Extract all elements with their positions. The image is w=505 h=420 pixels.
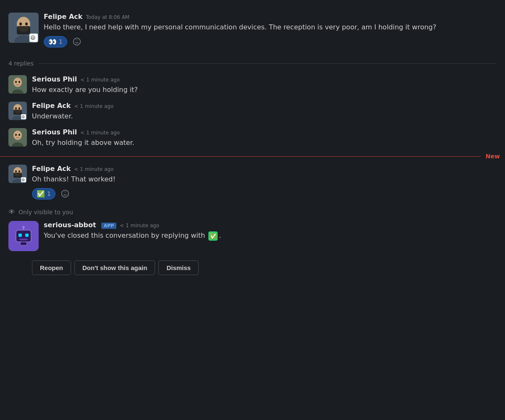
svg-point-27	[13, 131, 22, 140]
svg-rect-45	[18, 234, 22, 237]
action-buttons: Reopen Don't show this again Dismiss	[0, 260, 505, 275]
replies-divider: 4 replies	[0, 53, 505, 72]
eyes-count: 1	[59, 38, 63, 45]
new-messages-divider: New	[0, 153, 505, 160]
svg-point-16	[15, 81, 17, 83]
felipe-avatar: 😄	[8, 13, 39, 43]
svg-text:😄: 😄	[21, 178, 25, 182]
reply-3-content: Serious Phil < 1 minute ago Oh, try hold…	[32, 128, 497, 148]
svg-rect-21	[13, 110, 22, 115]
dont-show-button[interactable]: Don't show this again	[74, 260, 155, 275]
eye-icon: 👁	[8, 208, 15, 216]
app-badge: APP	[101, 223, 117, 229]
bot-author: serious-abbot	[44, 221, 96, 229]
reply-1-timestamp: < 1 minute ago	[80, 77, 120, 83]
reply-4-header: Felipe Ack < 1 minute ago	[32, 165, 497, 173]
reply-1-text: How exactly are you holding it?	[32, 85, 497, 95]
svg-point-5	[25, 23, 28, 26]
svg-point-14	[13, 78, 22, 87]
svg-point-22	[15, 108, 17, 110]
main-message: 😄 Felipe Ack Today at 8:06 AM Hello ther…	[0, 8, 505, 53]
reply-3: Serious Phil < 1 minute ago Oh, try hold…	[0, 125, 505, 151]
svg-rect-3	[17, 26, 30, 34]
svg-point-30	[18, 134, 20, 136]
eyes-reaction[interactable]: 👀 1	[44, 36, 67, 47]
svg-rect-34	[13, 173, 22, 178]
svg-point-8	[74, 38, 81, 45]
message-row: 😄 Felipe Ack Today at 8:06 AM Hello ther…	[8, 13, 497, 47]
reply-3-timestamp: < 1 minute ago	[80, 130, 120, 136]
phil-avatar-2	[8, 128, 27, 147]
bot-header: serious-abbot APP < 1 minute ago	[44, 221, 497, 229]
svg-rect-46	[25, 234, 29, 237]
svg-point-48	[22, 226, 25, 228]
replies-count: 4 replies	[8, 60, 34, 67]
svg-rect-50	[20, 242, 27, 245]
reply-3-author: Serious Phil	[32, 128, 77, 136]
phil-avatar-1	[8, 75, 27, 94]
main-author: Felipe Ack	[44, 13, 82, 21]
svg-point-4	[19, 23, 22, 26]
bot-content: serious-abbot APP < 1 minute ago You've …	[44, 221, 497, 251]
svg-point-29	[15, 134, 17, 136]
add-reaction-button-2[interactable]	[58, 188, 72, 200]
main-timestamp: Today at 8:06 AM	[86, 14, 129, 20]
reply-2-header: Felipe Ack < 1 minute ago	[32, 102, 497, 110]
svg-point-36	[18, 171, 20, 173]
add-reaction-button[interactable]	[70, 36, 84, 47]
bot-avatar	[8, 221, 39, 251]
reply-1-header: Serious Phil < 1 minute ago	[32, 75, 497, 83]
eyes-emoji: 👀	[48, 38, 57, 46]
dismiss-button[interactable]: Dismiss	[158, 260, 199, 275]
reply-2-text: Underwater.	[32, 111, 497, 121]
reply-4: 😄 Felipe Ack < 1 minute ago Oh thanks! T…	[0, 161, 505, 203]
reply-4-content: Felipe Ack < 1 minute ago Oh thanks! Tha…	[32, 165, 497, 200]
reply-3-text: Oh, try holding it above water.	[32, 138, 497, 148]
check-emoji: ✅	[37, 190, 45, 198]
reply-4-reactions: ✅ 1	[32, 188, 497, 200]
main-message-content: Felipe Ack Today at 8:06 AM Hello there,…	[44, 13, 497, 47]
message-header: Felipe Ack Today at 8:06 AM	[44, 13, 497, 21]
reply-2-timestamp: < 1 minute ago	[74, 103, 113, 109]
reply-2-content: Felipe Ack < 1 minute ago Underwater.	[32, 102, 497, 121]
reply-4-timestamp: < 1 minute ago	[74, 166, 113, 172]
main-reactions: 👀 1	[44, 36, 497, 47]
reply-1-content: Serious Phil < 1 minute ago How exactly …	[32, 75, 497, 95]
svg-rect-49	[19, 239, 28, 240]
bot-message: serious-abbot APP < 1 minute ago You've …	[0, 218, 505, 255]
felipe-avatar-2: 😄	[8, 102, 27, 120]
main-text: Hello there, I need help with my persona…	[44, 22, 497, 32]
reply-4-author: Felipe Ack	[32, 165, 71, 173]
reply-2: 😄 Felipe Ack < 1 minute ago Underwater.	[0, 98, 505, 125]
checkmark-emoji: ✅	[208, 231, 218, 241]
reply-1: Serious Phil < 1 minute ago How exactly …	[0, 72, 505, 98]
bot-text: You've closed this conversation by reply…	[44, 231, 497, 241]
check-count: 1	[47, 190, 51, 197]
svg-text:😄: 😄	[30, 35, 36, 41]
reopen-button[interactable]: Reopen	[32, 260, 71, 275]
visibility-notice: 👁 Only visible to you	[0, 203, 505, 218]
reply-4-text: Oh thanks! That worked!	[32, 174, 497, 184]
bot-text-after: .	[219, 231, 221, 239]
svg-point-17	[18, 81, 20, 83]
svg-point-23	[18, 108, 20, 110]
svg-point-39	[62, 190, 69, 197]
bot-timestamp: < 1 minute ago	[120, 223, 159, 228]
new-label: New	[481, 153, 505, 160]
reply-1-author: Serious Phil	[32, 75, 77, 83]
svg-text:😄: 😄	[21, 115, 25, 119]
felipe-avatar-3: 😄	[8, 165, 27, 183]
svg-point-35	[15, 171, 17, 173]
visibility-text: Only visible to you	[18, 209, 73, 215]
reply-3-header: Serious Phil < 1 minute ago	[32, 128, 497, 136]
reply-2-author: Felipe Ack	[32, 102, 71, 110]
check-reaction[interactable]: ✅ 1	[32, 188, 55, 200]
bot-text-before: You've closed this conversation by reply…	[44, 231, 205, 239]
